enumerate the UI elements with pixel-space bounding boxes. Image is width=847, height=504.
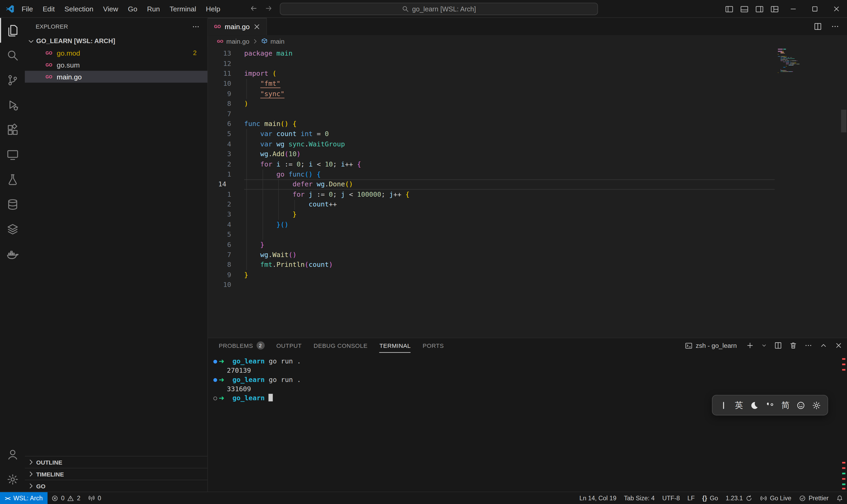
maximize-button[interactable] [804, 0, 826, 18]
activity-testing[interactable] [0, 167, 25, 192]
line-number[interactable]: 8 [208, 260, 244, 270]
menu-selection[interactable]: Selection [59, 4, 98, 13]
line-number[interactable]: 10 [208, 79, 244, 89]
prettier-status[interactable]: Prettier [795, 492, 832, 504]
notifications-bell[interactable] [832, 492, 847, 504]
code-line[interactable]: 1 for j := 0; j < 100000; j++ { [208, 190, 847, 200]
code-line[interactable]: 2 count++ [208, 200, 847, 210]
close-panel-button[interactable] [834, 341, 843, 350]
toggle-panel-button[interactable] [737, 0, 752, 18]
line-number[interactable]: 5 [208, 129, 244, 139]
menu-view[interactable]: View [98, 4, 123, 13]
line-number[interactable]: 4 [208, 220, 244, 230]
code-line[interactable]: 10 [208, 280, 847, 290]
command-center[interactable]: go_learn [WSL: Arch] [280, 3, 598, 15]
activity-layers[interactable] [0, 217, 25, 241]
activity-remote-explorer[interactable] [0, 142, 25, 167]
menu-edit[interactable]: Edit [38, 4, 59, 13]
customize-layout-button[interactable] [767, 0, 782, 18]
code-line[interactable]: 6 } [208, 240, 847, 250]
panel-tab-terminal[interactable]: TERMINAL [380, 338, 411, 353]
terminal-more-actions[interactable] [805, 341, 813, 350]
file-go-sum[interactable]: GOgo.sum [25, 59, 208, 71]
breadcrumb-symbol[interactable]: main [261, 38, 285, 45]
panel-tab-debug-console[interactable]: DEBUG CONSOLE [314, 338, 368, 353]
line-number[interactable]: 6 [208, 240, 244, 250]
split-terminal-button[interactable] [774, 341, 782, 350]
eol-status[interactable]: LF [684, 492, 699, 504]
activity-settings[interactable] [0, 467, 25, 491]
line-number[interactable]: 8 [208, 99, 244, 109]
menu-go[interactable]: Go [123, 4, 142, 13]
go-live-status[interactable]: Go Live [756, 492, 795, 504]
code-line[interactable]: 2 for i := 0; i < 10; i++ { [208, 159, 847, 169]
editor-scrollbar[interactable] [841, 110, 846, 132]
code-line[interactable]: 14 defer wg.Done() [208, 179, 847, 190]
close-tab-button[interactable] [253, 23, 261, 31]
panel-tab-ports[interactable]: PORTS [423, 338, 444, 353]
code-line[interactable]: 9 "sync" [208, 89, 847, 99]
activity-run-debug[interactable] [0, 92, 25, 117]
ime-caret[interactable] [717, 400, 731, 410]
remote-indicator[interactable]: >< WSL: Arch [0, 492, 48, 504]
activity-docker[interactable] [0, 241, 25, 266]
kill-terminal-button[interactable] [789, 341, 797, 350]
close-window-button[interactable] [825, 0, 847, 18]
history-back-button[interactable] [250, 4, 258, 13]
menu-terminal[interactable]: Terminal [165, 4, 201, 13]
line-number[interactable]: 13 [208, 49, 244, 59]
ime-settings-button[interactable] [809, 400, 824, 410]
code-line[interactable]: 3 } [208, 210, 847, 220]
line-number[interactable]: 12 [208, 59, 244, 69]
section-timeline[interactable]: TIMELINE [25, 468, 208, 480]
encoding-status[interactable]: UTF-8 [659, 492, 684, 504]
ports-status[interactable]: 0 [84, 492, 105, 504]
line-number[interactable]: 6 [208, 119, 244, 129]
editor-more-actions[interactable] [831, 22, 840, 31]
activity-source-control[interactable] [0, 68, 25, 92]
line-number[interactable]: 3 [208, 210, 244, 220]
cursor-position-status[interactable]: Ln 14, Col 19 [576, 492, 620, 504]
code-line[interactable]: 5 [208, 230, 847, 240]
line-number[interactable]: 7 [208, 250, 244, 260]
line-number[interactable]: 1 [208, 190, 244, 200]
activity-database[interactable] [0, 192, 25, 217]
code-line[interactable]: 9} [208, 270, 847, 280]
line-number[interactable]: 11 [208, 69, 244, 79]
activity-search[interactable] [0, 42, 25, 68]
line-number[interactable]: 10 [208, 280, 244, 290]
go-version-status[interactable]: 1.23.1 [722, 492, 756, 504]
panel-tab-output[interactable]: OUTPUT [276, 338, 302, 353]
file-go-mod[interactable]: GOgo.mod2 [25, 47, 208, 59]
code-line[interactable]: 12 [208, 59, 847, 69]
toggle-sidebar-button[interactable] [722, 0, 737, 18]
menu-file[interactable]: File [17, 4, 38, 13]
language-status[interactable]: {} Go [699, 492, 722, 504]
tab-main-go[interactable]: GO main.go [208, 18, 267, 35]
line-number[interactable]: 9 [208, 89, 244, 99]
code-line[interactable]: 8 fmt.Println(count) [208, 260, 847, 270]
ime-simplified-toggle[interactable]: 简 [778, 400, 792, 410]
code-line[interactable]: 5 var count int = 0 [208, 129, 847, 139]
section-go[interactable]: GO [25, 480, 208, 491]
explorer-more-actions[interactable] [192, 22, 200, 31]
explorer-root-folder[interactable]: GO_LEARN [WSL: ARCH] [25, 35, 208, 47]
problems-status[interactable]: 0 2 [48, 492, 84, 504]
toggle-secondary-sidebar-button[interactable] [752, 0, 767, 18]
file-main-go[interactable]: GOmain.go [25, 71, 208, 83]
ime-mode-english[interactable]: 英 [732, 400, 746, 410]
code-editor[interactable]: 13package main1211import (10 "fmt"9 "syn… [208, 48, 847, 338]
code-line[interactable]: 7 wg.Wait() [208, 250, 847, 260]
split-editor-button[interactable] [813, 22, 822, 31]
ime-halfwidth-toggle[interactable] [747, 400, 761, 410]
code-line[interactable]: 4 }() [208, 220, 847, 230]
code-line[interactable]: 11import ( [208, 69, 847, 79]
code-line[interactable]: 10 "fmt" [208, 79, 847, 89]
line-number[interactable]: 3 [208, 149, 244, 159]
minimap[interactable] [778, 49, 799, 74]
menu-help[interactable]: Help [201, 4, 225, 13]
line-number[interactable]: 5 [208, 230, 244, 240]
line-number[interactable]: 9 [208, 270, 244, 280]
indentation-status[interactable]: Tab Size: 4 [620, 492, 659, 504]
breadcrumb-file[interactable]: GO main.go [217, 38, 249, 45]
